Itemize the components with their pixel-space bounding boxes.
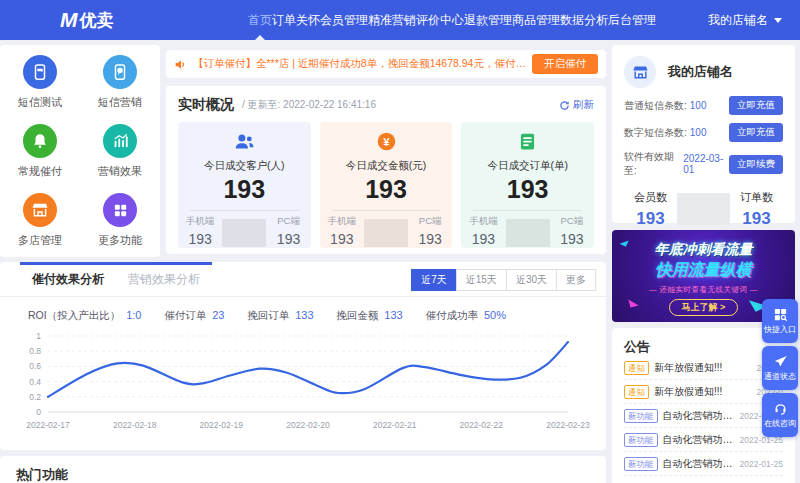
svg-text:2022-02-22: 2022-02-22	[460, 420, 504, 430]
nav-item-refunds[interactable]: 退款管理	[464, 0, 512, 40]
order-count: 订单数193	[730, 190, 783, 229]
channel-status-button[interactable]: 通道状态	[762, 346, 798, 390]
range-7d-button[interactable]: 近7天	[411, 269, 457, 291]
hot-features-card: 热门功能	[0, 456, 606, 483]
sms-balance-row: 普通短信条数:100 立即充值	[624, 96, 783, 115]
quick-item-multi-store[interactable]: 多店管理	[0, 193, 80, 248]
range-15d-button[interactable]: 近15天	[456, 269, 507, 291]
trend-line-chart: 00.20.40.60.812022-02-172022-02-182022-0…	[0, 328, 606, 440]
start-reminder-button[interactable]: 开启催付	[532, 54, 598, 74]
paper-plane-icon	[773, 354, 788, 369]
svg-text:2022-02-19: 2022-02-19	[200, 420, 244, 430]
svg-text:2022-02-21: 2022-02-21	[373, 420, 417, 430]
users-icon	[234, 131, 255, 156]
dashboard-page: M 优卖 首页 订单关怀 会员管理 精准营销 评价中心 退款管理 商品管理 数据…	[0, 0, 800, 483]
yuan-coin-icon: ¥	[376, 131, 397, 156]
mobile-label: 手机端	[320, 215, 364, 228]
quick-item-payment-reminder[interactable]: 常规催付	[0, 124, 80, 179]
stat-label: 今日成交金额(元)	[320, 159, 453, 173]
notice-item[interactable]: 通知 新年放假通知!!! 2022-0	[624, 380, 783, 404]
learn-more-button[interactable]: 马上了解 >	[669, 299, 739, 316]
recharge-button[interactable]: 立即充值	[729, 96, 783, 115]
renew-button[interactable]: 立即续费	[729, 155, 783, 174]
notice-item[interactable]: 新功能 自动化营销功能上线 2022-01-25	[624, 428, 783, 452]
stat-value: 193	[461, 175, 594, 204]
range-more-button[interactable]: 更多	[556, 269, 596, 291]
quick-item-marketing-effect[interactable]: 营销效果	[80, 124, 160, 179]
kpi-roi: ROI（投入产出比）1:0	[28, 309, 141, 323]
megaphone-icon	[174, 58, 187, 71]
member-count: 会员数193	[624, 190, 677, 229]
nav-item-analytics[interactable]: 数据分析	[560, 0, 608, 40]
bell-icon	[23, 124, 57, 158]
range-30d-button[interactable]: 近30天	[506, 269, 557, 291]
storefront-icon	[624, 56, 656, 88]
svg-text:2022-02-20: 2022-02-20	[286, 420, 330, 430]
quick-item-sms-test[interactable]: 短信测试	[0, 55, 80, 110]
nav-item-marketing[interactable]: 精准营销	[368, 0, 416, 40]
svg-text:2022-02-23: 2022-02-23	[546, 420, 590, 430]
quick-item-label: 更多功能	[98, 233, 142, 248]
mobile-label: 手机端	[178, 215, 222, 228]
recharge-button[interactable]: 立即充值	[729, 123, 783, 142]
stat-value: 193	[178, 175, 311, 204]
mobile-value: 193	[461, 231, 505, 247]
realtime-updated-at: / 更新至: 2022-02-22 16:41:16	[242, 98, 376, 112]
top-navbar: M 优卖 首页 订单关怀 会员管理 精准营销 评价中心 退款管理 商品管理 数据…	[0, 0, 800, 40]
nav-item-admin[interactable]: 后台管理	[608, 0, 656, 40]
refresh-button[interactable]: 刷新	[559, 98, 594, 112]
quick-item-sms-marketing[interactable]: 短信营销	[80, 55, 160, 110]
realtime-header: 实时概况 / 更新至: 2022-02-22 16:41:16 刷新	[178, 96, 594, 114]
announcement-text: 【订单催付】全***店 | 近期催付成功8单，挽回金额14678.94元，催付成…	[193, 57, 532, 71]
app-logo[interactable]: M 优卖	[60, 0, 114, 40]
announcement-bar: 【订单催付】全***店 | 近期催付成功8单，挽回金额14678.94元，催付成…	[166, 50, 606, 78]
quick-actions-panel: 短信测试 短信营销 常规催付 营销效果 多店管理	[0, 45, 160, 257]
quick-item-label: 短信营销	[98, 95, 142, 110]
banner-line2: 快用流量纵横	[612, 260, 795, 281]
account-dropdown[interactable]: 我的店铺名	[708, 0, 782, 40]
analysis-tabs: 催付效果分析 营销效果分析 近7天 近15天 近30天 更多	[0, 262, 606, 297]
order-doc-icon	[517, 131, 538, 156]
quick-item-label: 多店管理	[18, 233, 62, 248]
realtime-overview-card: 实时概况 / 更新至: 2022-02-22 16:41:16 刷新 今日成交客…	[166, 86, 606, 254]
kpi-recovered-orders: 挽回订单133	[247, 309, 313, 323]
notice-item[interactable]: 新功能 自动化营销功能上线 2022-01-25	[624, 452, 783, 476]
phone-chat-icon	[103, 55, 137, 89]
notice-item[interactable]: 新功能 自动化营销功能上线 2022-01-25	[624, 404, 783, 428]
quick-item-more-features[interactable]: 更多功能	[80, 193, 160, 248]
svg-text:1: 1	[36, 331, 41, 341]
main-menu: 首页 订单关怀 会员管理 精准营销 评价中心 退款管理 商品管理 数据分析 后台…	[248, 0, 656, 40]
nav-item-home[interactable]: 首页	[248, 0, 272, 40]
tab-marketing-analysis[interactable]: 营销效果分析	[116, 262, 212, 296]
mobile-value: 193	[320, 231, 364, 247]
headset-icon	[773, 401, 788, 416]
nav-item-members[interactable]: 会员管理	[320, 0, 368, 40]
shop-name: 我的店铺名	[668, 63, 733, 81]
nav-item-order-care[interactable]: 订单关怀	[272, 0, 320, 40]
tab-reminder-analysis[interactable]: 催付效果分析	[20, 262, 116, 296]
svg-text:2022-02-18: 2022-02-18	[113, 420, 157, 430]
pc-value: 193	[550, 231, 594, 247]
stat-label: 今日成交订单(单)	[461, 159, 594, 173]
banner-line1: 年底冲刺看流量	[612, 241, 795, 259]
nav-item-products[interactable]: 商品管理	[512, 0, 560, 40]
svg-text:0: 0	[36, 407, 41, 417]
bar-chart-icon	[103, 124, 137, 158]
stat-card-amount: ¥ 今日成交金额(元) 193 手机端193 PC端193	[320, 122, 453, 248]
shop-header: 我的店铺名	[624, 56, 783, 88]
nav-item-reviews[interactable]: 评价中心	[416, 0, 464, 40]
notice-title: 公告	[624, 338, 783, 356]
online-support-button[interactable]: 在线咨询	[762, 393, 798, 437]
floating-toolbar: 快捷入口 通道状态 在线咨询	[762, 299, 798, 437]
notice-badge: 通知	[624, 361, 649, 375]
quick-item-label: 常规催付	[18, 164, 62, 179]
pc-label: PC端	[408, 215, 452, 228]
pc-value: 193	[266, 231, 310, 247]
chevron-down-icon	[774, 18, 782, 23]
svg-text:0.2: 0.2	[29, 392, 41, 402]
quick-entry-button[interactable]: 快捷入口	[762, 299, 798, 343]
notice-badge: 新功能	[624, 457, 658, 471]
svg-text:0.8: 0.8	[29, 346, 41, 356]
notice-item[interactable]: 通知 新年放假通知!!! 2022-0	[624, 356, 783, 380]
svg-text:¥: ¥	[383, 136, 390, 148]
